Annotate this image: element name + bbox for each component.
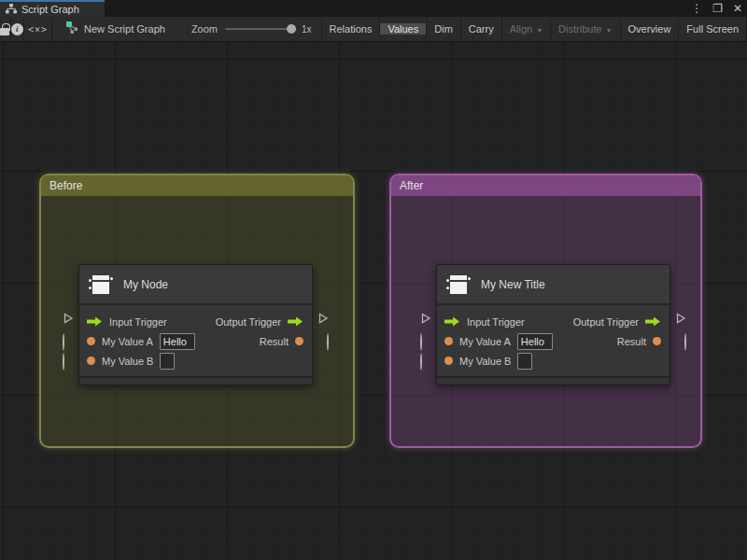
graph-canvas[interactable]: Before After My Node <box>0 42 747 560</box>
lock-icon <box>0 28 9 35</box>
group-after-header[interactable]: After <box>391 175 700 196</box>
group-after-title: After <box>400 179 423 192</box>
toolbar-toggle-group: Relations Values Dim Carry Align ▼ Distr… <box>321 17 747 41</box>
tab-bar: Script Graph ⋮ ❐ ✕ <box>0 0 747 17</box>
flow-out-arrow-icon <box>645 316 661 327</box>
unit-node-icon <box>89 273 113 296</box>
node-my-node[interactable]: My Node Input Trigger Output Trigger My … <box>78 264 313 385</box>
input-flow-port[interactable] <box>63 311 74 328</box>
port-row-value-b: My Value B <box>87 351 303 371</box>
value-a-label: My Value A <box>102 336 153 347</box>
window-controls: ⋮ ❐ ✕ <box>691 0 742 17</box>
node-my-new-title[interactable]: My New Title Input Trigger Output Trigge… <box>436 264 670 385</box>
script-graph-hierarchy-icon <box>6 1 17 18</box>
dim-button[interactable]: Dim <box>427 23 460 35</box>
value-b-input[interactable] <box>517 353 532 370</box>
edit-graph-button[interactable]: <×> <box>24 17 52 41</box>
align-label: Align <box>510 23 532 35</box>
code-brackets-icon: <×> <box>28 24 48 35</box>
value-b-dot-icon <box>444 357 453 365</box>
graph-asset-label: New Script Graph <box>84 23 165 35</box>
info-icon: i <box>11 23 23 35</box>
port-row-trigger: Input Trigger Output Trigger <box>444 312 661 331</box>
value-a-dot-icon <box>87 337 95 345</box>
value-a-port[interactable] <box>63 334 64 351</box>
lock-button[interactable] <box>0 17 11 41</box>
input-flow-port[interactable] <box>420 311 431 328</box>
maximize-icon[interactable]: ❐ <box>712 0 723 17</box>
distribute-label: Distribute <box>558 23 601 35</box>
output-trigger-label: Output Trigger <box>216 316 281 328</box>
relations-button[interactable]: Relations <box>322 23 380 35</box>
result-label: Result <box>617 336 646 347</box>
port-row-value-a: My Value A Result <box>87 331 303 351</box>
node-ports: Input Trigger Output Trigger My Value A … <box>437 305 669 376</box>
value-a-port[interactable] <box>420 334 422 351</box>
node-header[interactable]: My Node <box>79 265 312 305</box>
values-button[interactable]: Values <box>380 23 426 35</box>
group-before-header[interactable]: Before <box>41 175 353 196</box>
distribute-dropdown[interactable]: Distribute ▼ <box>551 23 619 35</box>
value-b-label: My Value B <box>459 356 511 367</box>
value-a-dot-icon <box>444 337 453 345</box>
carry-button[interactable]: Carry <box>461 23 501 35</box>
flow-in-arrow-icon <box>444 316 460 327</box>
menu-dots-icon[interactable]: ⋮ <box>691 0 702 17</box>
graph-toolbar: i <×> New Script Graph Zoom 1x Relations… <box>0 17 747 42</box>
input-trigger-label: Input Trigger <box>467 316 525 328</box>
flow-out-arrow-icon <box>288 316 303 327</box>
output-trigger-label: Output Trigger <box>573 316 639 328</box>
value-a-label: My Value A <box>459 336 511 347</box>
value-b-port[interactable] <box>63 354 64 371</box>
close-icon[interactable]: ✕ <box>733 0 742 17</box>
node-footer <box>437 376 669 385</box>
value-a-input[interactable] <box>160 333 195 350</box>
zoom-value: 1x <box>302 24 312 35</box>
tab-title: Script Graph <box>21 4 79 15</box>
node-ports: Input Trigger Output Trigger My Value A … <box>79 305 312 376</box>
value-b-input[interactable] <box>160 353 175 370</box>
graph-asset-icon <box>65 21 78 37</box>
result-port[interactable] <box>327 334 329 351</box>
overview-button[interactable]: Overview <box>621 23 679 35</box>
node-title: My New Title <box>481 278 545 291</box>
value-b-label: My Value B <box>102 356 153 367</box>
zoom-control: Zoom 1x <box>175 17 321 41</box>
node-footer <box>79 376 312 385</box>
group-before-title: Before <box>49 179 82 192</box>
chevron-down-icon: ▼ <box>536 27 543 34</box>
zoom-slider[interactable] <box>225 28 294 30</box>
input-trigger-label: Input Trigger <box>109 316 167 328</box>
result-port[interactable] <box>684 334 686 351</box>
result-dot-icon <box>295 337 303 345</box>
fullscreen-button[interactable]: Full Screen <box>679 23 746 35</box>
flow-in-arrow-icon <box>87 316 103 327</box>
node-header[interactable]: My New Title <box>437 265 669 305</box>
zoom-slider-knob[interactable] <box>287 24 296 34</box>
result-dot-icon <box>653 337 661 345</box>
output-flow-port[interactable] <box>317 311 329 328</box>
value-a-input[interactable] <box>517 333 553 350</box>
port-row-value-a: My Value A Result <box>444 331 661 351</box>
value-b-dot-icon <box>87 357 95 365</box>
zoom-label: Zoom <box>191 23 218 35</box>
result-label: Result <box>260 336 289 347</box>
graph-asset-button[interactable]: New Script Graph <box>52 17 175 41</box>
node-title: My Node <box>123 278 168 291</box>
port-row-value-b: My Value B <box>444 351 661 371</box>
value-b-port[interactable] <box>420 354 422 371</box>
info-button[interactable]: i <box>11 17 24 41</box>
output-flow-port[interactable] <box>675 311 686 328</box>
tab-script-graph[interactable]: Script Graph <box>0 0 105 17</box>
unit-node-icon <box>446 273 471 296</box>
chevron-down-icon: ▼ <box>606 27 613 34</box>
align-dropdown[interactable]: Align ▼ <box>502 23 550 35</box>
port-row-trigger: Input Trigger Output Trigger <box>87 312 303 331</box>
